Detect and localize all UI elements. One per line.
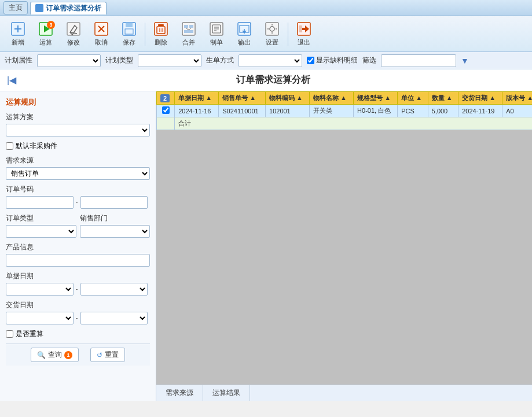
- make-button[interactable]: 制单: [203, 19, 230, 49]
- row-checkbox[interactable]: [162, 106, 170, 114]
- cancel-icon: [93, 21, 109, 37]
- order-type-select[interactable]: [6, 225, 76, 238]
- sales-dept-col: 销售部门: [80, 213, 151, 238]
- cell-version-no: A0: [502, 105, 532, 117]
- col-mat-name: 物料名称 ▲: [310, 92, 354, 105]
- calc-plan-label: 运算方案: [6, 112, 150, 122]
- product-info-input[interactable]: [6, 254, 150, 267]
- toolbar-separator-2: [288, 23, 288, 46]
- delivery-date-to-select[interactable]: [80, 312, 148, 324]
- delete-icon: [153, 21, 169, 37]
- product-info-row: 产品信息: [6, 242, 150, 267]
- delete-button[interactable]: 删除: [148, 19, 174, 49]
- cell-mat-code: 102001: [266, 105, 310, 117]
- query-icon: 🔍: [37, 351, 46, 359]
- edit-icon: [65, 21, 82, 37]
- nav-first-button[interactable]: |◀: [7, 75, 16, 86]
- merge-icon: [181, 21, 197, 37]
- order-type-col: 订单类型: [6, 213, 76, 238]
- grid-container[interactable]: 2 单据日期 ▲ 销售单号 ▲ 物料编码 ▲ 物料名称 ▲ 规格型号 ▲ 单位 …: [156, 91, 532, 385]
- toolbar: 新增 3 运算 修改 取消 保存 删除: [0, 16, 532, 52]
- save-icon: [121, 21, 137, 37]
- data-table: 2 单据日期 ▲ 销售单号 ▲ 物料编码 ▲ 物料名称 ▲ 规格型号 ▲ 单位 …: [156, 91, 532, 130]
- svg-rect-18: [182, 23, 195, 35]
- calc-plan-select[interactable]: [6, 124, 150, 136]
- filter-search-input[interactable]: [381, 54, 456, 67]
- plan-type-select[interactable]: [138, 54, 201, 67]
- home-tab[interactable]: 主页: [3, 1, 28, 14]
- filter-icon[interactable]: ▼: [461, 56, 469, 65]
- settings-label: 设置: [266, 38, 278, 47]
- default-non-purchase-row: 默认非采购件: [6, 141, 150, 151]
- cancel-button[interactable]: 取消: [88, 19, 115, 49]
- tab-demand-source[interactable]: 需求来源: [156, 385, 203, 401]
- new-button[interactable]: 新增: [5, 19, 31, 49]
- query-label: 查询: [48, 350, 62, 360]
- show-detail-checkbox[interactable]: [307, 57, 314, 64]
- order-code-from-input[interactable]: [6, 196, 74, 209]
- cell-doc-date: 2024-11-16: [175, 105, 219, 117]
- save-button[interactable]: 保存: [116, 19, 142, 49]
- order-code-label: 订单号码: [6, 184, 150, 194]
- table-row: 2024-11-16 S024110001 102001 开关类 H0-01, …: [157, 105, 533, 117]
- show-detail-label: 显示缺料明细: [307, 56, 358, 65]
- make-icon: [208, 21, 225, 37]
- calc-plan-row: 运算方案: [6, 112, 150, 136]
- run-button[interactable]: 3 运算: [32, 19, 59, 49]
- svg-rect-14: [158, 24, 164, 26]
- exit-button[interactable]: 退出: [291, 19, 317, 49]
- default-non-purchase-label: 默认非采购件: [16, 141, 57, 151]
- save-label: 保存: [123, 38, 135, 47]
- cell-sale-no: S024110001: [219, 105, 266, 117]
- reset-icon: ↺: [97, 351, 102, 359]
- tab-calc-result[interactable]: 运算结果: [203, 385, 250, 401]
- total-label: 合计: [175, 117, 532, 130]
- col-qty: 数量 ▲: [428, 92, 458, 105]
- delivery-date-row: 交货日期 -: [6, 300, 150, 324]
- delivery-date-from-select[interactable]: [6, 312, 74, 324]
- edit-button[interactable]: 修改: [60, 19, 87, 49]
- order-type-label: 订单类型: [6, 213, 76, 223]
- calc-rules-title: 运算规则: [6, 97, 150, 108]
- export-icon: [236, 21, 252, 37]
- export-button[interactable]: 输出: [231, 19, 258, 49]
- doc-date-to-select[interactable]: [80, 283, 148, 296]
- title-bar: 主页 订单需求运算分析: [0, 0, 532, 16]
- table-header-row: 2 单据日期 ▲ 销售单号 ▲ 物料编码 ▲ 物料名称 ▲ 规格型号 ▲ 单位 …: [157, 92, 533, 105]
- doc-date-separator: -: [76, 283, 78, 296]
- reset-button[interactable]: ↺ 重置: [90, 348, 125, 362]
- edit-label: 修改: [67, 38, 80, 47]
- settings-button[interactable]: 设置: [259, 19, 285, 49]
- col-row-num: 2: [157, 92, 175, 105]
- plan-attr-select[interactable]: [37, 54, 101, 67]
- svg-rect-20: [189, 25, 193, 28]
- action-bar: 🔍 查询 1 ↺ 重置: [6, 344, 150, 366]
- sales-dept-label: 销售部门: [80, 213, 151, 223]
- merge-button[interactable]: 合并: [175, 19, 202, 49]
- doc-date-row: 单据日期 -: [6, 271, 150, 296]
- cancel-label: 取消: [95, 38, 108, 47]
- col-mat-code: 物料编码 ▲: [266, 92, 310, 105]
- page-title: 订单需求运算分析: [21, 74, 525, 86]
- query-button[interactable]: 🔍 查询 1: [31, 348, 79, 362]
- svg-rect-11: [126, 23, 133, 27]
- doc-date-label: 单据日期: [6, 271, 150, 281]
- demand-source-select[interactable]: 销售订单: [6, 167, 150, 180]
- new-label: 新增: [12, 38, 24, 47]
- order-code-to-input[interactable]: [80, 196, 148, 209]
- settings-icon: [264, 21, 280, 37]
- cell-unit: PCS: [398, 105, 428, 117]
- order-type-dept-row: 订单类型 销售部门: [6, 213, 150, 238]
- exit-label: 退出: [298, 38, 310, 47]
- doc-date-from-select[interactable]: [6, 283, 74, 296]
- filter-bar: 计划属性 计划类型 生单方式 显示缺料明细 筛选 ▼: [0, 52, 532, 69]
- default-non-purchase-checkbox[interactable]: [6, 142, 13, 150]
- sales-dept-select[interactable]: [80, 225, 151, 238]
- col-unit: 单位 ▲: [398, 92, 428, 105]
- active-tab[interactable]: 订单需求运算分析: [30, 2, 107, 14]
- col-spec: 规格型号 ▲: [354, 92, 398, 105]
- recalc-checkbox[interactable]: [6, 330, 13, 338]
- gen-method-select[interactable]: [239, 54, 302, 67]
- toolbar-separator: [145, 23, 145, 46]
- export-label: 输出: [238, 38, 251, 47]
